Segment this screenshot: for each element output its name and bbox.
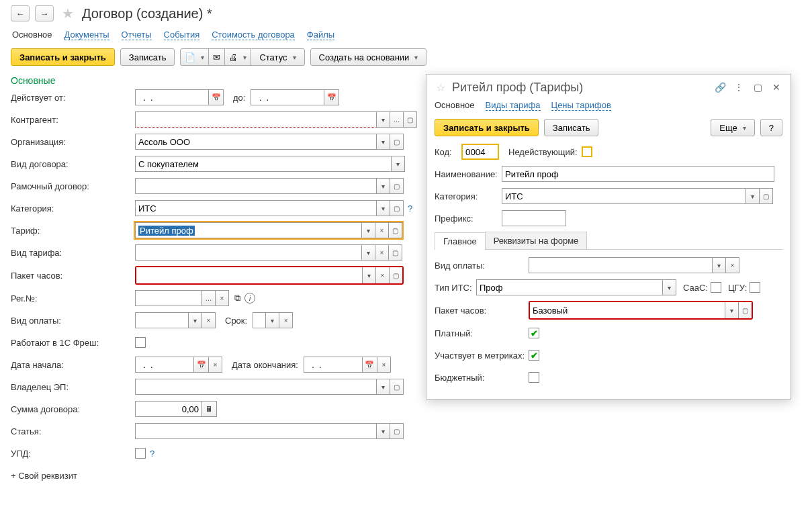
- effective-from-input[interactable]: [135, 89, 209, 105]
- dropdown-icon[interactable]: ▾: [362, 244, 375, 261]
- clear-icon[interactable]: ×: [375, 267, 389, 283]
- tariff-type-input[interactable]: [135, 244, 362, 261]
- popup-category-input[interactable]: [502, 188, 746, 204]
- counterparty-input[interactable]: [135, 111, 377, 128]
- popup-more-button[interactable]: Еще: [711, 119, 754, 136]
- dropdown-icon[interactable]: ▾: [392, 156, 405, 172]
- clear-icon[interactable]: ×: [279, 312, 293, 328]
- reg-no-input[interactable]: [135, 290, 202, 306]
- dropdown-icon[interactable]: ▾: [189, 312, 202, 328]
- dropdown-icon[interactable]: ▾: [377, 134, 390, 150]
- tab-reports[interactable]: Отчеты: [122, 30, 152, 40]
- link-icon[interactable]: 🔗: [713, 80, 727, 95]
- calendar-icon[interactable]: 📅: [324, 89, 339, 105]
- paid-checkbox[interactable]: [529, 328, 539, 338]
- code-input[interactable]: [461, 144, 499, 160]
- dropdown-icon[interactable]: ▾: [362, 267, 375, 283]
- hours-package-input[interactable]: [136, 267, 362, 283]
- ep-owner-input[interactable]: [135, 379, 377, 395]
- popup-hours-input[interactable]: [530, 302, 725, 318]
- help-icon[interactable]: ?: [408, 203, 412, 214]
- calendar-icon[interactable]: 📅: [209, 89, 224, 105]
- open-icon[interactable]: ▢: [390, 178, 404, 194]
- clear-icon[interactable]: ×: [726, 257, 739, 273]
- organization-input[interactable]: [135, 134, 377, 150]
- tab-documents[interactable]: Документы: [64, 30, 109, 40]
- open-icon[interactable]: ▢: [404, 111, 417, 128]
- dropdown-icon[interactable]: ▾: [663, 279, 676, 295]
- upd-checkbox[interactable]: [135, 448, 146, 459]
- category-input[interactable]: [135, 200, 377, 216]
- dropdown-icon[interactable]: ▾: [362, 222, 375, 238]
- calendar-icon[interactable]: 📅: [194, 357, 209, 373]
- copy-dropdown-button[interactable]: 📄: [180, 48, 209, 66]
- clear-icon[interactable]: ×: [202, 312, 216, 328]
- inactive-checkbox[interactable]: [582, 146, 592, 157]
- saas-checkbox[interactable]: [711, 282, 721, 293]
- clear-icon[interactable]: ×: [216, 290, 229, 306]
- open-icon[interactable]: ▢: [389, 244, 402, 261]
- back-button[interactable]: ←: [11, 5, 30, 21]
- calendar-icon[interactable]: 📅: [363, 357, 377, 373]
- clear-icon[interactable]: ×: [377, 357, 391, 373]
- end-date-input[interactable]: [304, 357, 363, 373]
- open-icon[interactable]: ▢: [390, 379, 404, 395]
- open-icon[interactable]: ▢: [390, 134, 404, 150]
- term-input[interactable]: [253, 312, 266, 328]
- article-input[interactable]: [135, 423, 377, 439]
- dropdown-icon[interactable]: ▾: [377, 200, 390, 216]
- popup-tab-prices[interactable]: Цены тарифов: [551, 100, 611, 111]
- clear-icon[interactable]: ×: [209, 357, 222, 373]
- prefix-input[interactable]: [502, 210, 566, 226]
- more-icon[interactable]: ⋮: [731, 80, 746, 95]
- dropdown-icon[interactable]: ▾: [713, 257, 726, 273]
- popup-tab-main[interactable]: Основное: [435, 100, 475, 111]
- metrics-checkbox[interactable]: [529, 350, 539, 361]
- tariff-input[interactable]: Ритейл проф: [135, 222, 362, 238]
- fresh-checkbox[interactable]: [135, 337, 146, 348]
- dropdown-icon[interactable]: ▾: [377, 423, 390, 439]
- payment-type-input[interactable]: [135, 312, 189, 328]
- dropdown-icon[interactable]: ▾: [266, 312, 279, 328]
- forward-button[interactable]: →: [35, 5, 54, 21]
- name-input[interactable]: [502, 166, 774, 182]
- inner-tab-main[interactable]: Главное: [435, 232, 486, 250]
- framework-input[interactable]: [135, 178, 377, 194]
- help-icon[interactable]: ?: [150, 449, 154, 459]
- dropdown-icon[interactable]: ▾: [377, 111, 390, 128]
- ellipsis-icon[interactable]: …: [202, 290, 216, 306]
- inner-tab-requisites[interactable]: Реквизиты на форме: [485, 232, 588, 249]
- clear-icon[interactable]: ×: [375, 244, 389, 261]
- its-type-input[interactable]: [476, 279, 663, 295]
- tab-files[interactable]: Файлы: [307, 30, 334, 40]
- popup-save-button[interactable]: Записать: [544, 119, 599, 136]
- info-icon[interactable]: i: [244, 293, 255, 304]
- open-icon[interactable]: ▢: [760, 188, 773, 204]
- budget-checkbox[interactable]: [529, 372, 539, 383]
- tab-events[interactable]: События: [164, 30, 200, 40]
- save-button[interactable]: Записать: [120, 48, 175, 66]
- tab-main[interactable]: Основное: [12, 30, 52, 40]
- open-icon[interactable]: ▢: [390, 200, 404, 216]
- clear-icon[interactable]: ×: [375, 222, 389, 238]
- popup-payment-input[interactable]: [529, 257, 713, 273]
- calculator-icon[interactable]: 🖩: [202, 401, 217, 417]
- open-icon[interactable]: ▢: [389, 222, 402, 238]
- open-icon[interactable]: ▢: [390, 423, 404, 439]
- copy-icon[interactable]: ⧉: [234, 293, 240, 304]
- favorite-star-icon[interactable]: ★: [62, 5, 74, 21]
- popup-save-close-button[interactable]: Записать и закрыть: [435, 119, 539, 136]
- status-dropdown-button[interactable]: Статус: [251, 48, 304, 66]
- tab-cost[interactable]: Стоимость договора: [212, 30, 295, 40]
- dropdown-icon[interactable]: ▾: [725, 302, 738, 318]
- favorite-star-icon[interactable]: ☆: [436, 81, 445, 94]
- start-date-input[interactable]: [135, 357, 194, 373]
- dropdown-icon[interactable]: ▾: [377, 379, 390, 395]
- popup-help-button[interactable]: ?: [760, 119, 782, 136]
- add-requisite-link[interactable]: + Свой реквизит: [0, 467, 812, 485]
- cgu-checkbox[interactable]: [750, 282, 760, 293]
- open-icon[interactable]: ▢: [389, 267, 402, 283]
- contract-type-input[interactable]: [135, 156, 392, 172]
- amount-input[interactable]: [135, 401, 202, 417]
- print-dropdown-button[interactable]: 🖨: [224, 48, 251, 66]
